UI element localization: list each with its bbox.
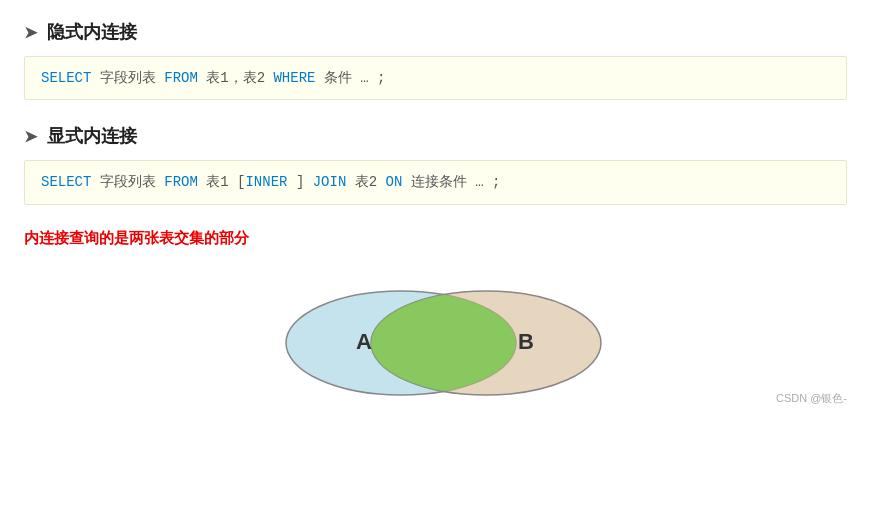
- kw-select-2: SELECT: [41, 174, 91, 190]
- venn-label-b: B: [518, 329, 534, 354]
- section2-label: 显式内连接: [47, 124, 137, 148]
- kw-on: ON: [386, 174, 403, 190]
- kw-from-2: FROM: [164, 174, 198, 190]
- code-text-1c: 条件 … ;: [315, 70, 385, 86]
- section1-label: 隐式内连接: [47, 20, 137, 44]
- code-text-2d: 连接条件 … ;: [402, 174, 500, 190]
- code-block-1: SELECT 字段列表 FROM 表1，表2 WHERE 条件 … ;: [24, 56, 847, 100]
- code-text-1b: 表1，表2: [198, 70, 274, 86]
- code-text-2b: 表1: [198, 174, 237, 190]
- arrow-icon-2: ➤: [24, 127, 37, 146]
- highlight-text: 内连接查询的是两张表交集的部分: [24, 229, 847, 248]
- section2-title: ➤ 显式内连接: [24, 124, 847, 148]
- kw-inner: INNER: [245, 174, 287, 190]
- code-text-1a: 字段列表: [91, 70, 164, 86]
- kw-where-1: WHERE: [273, 70, 315, 86]
- venn-diagram: A B CSDN @银色-: [24, 278, 847, 408]
- venn-svg: A B: [246, 283, 626, 403]
- venn-label-a: A: [356, 329, 372, 354]
- kw-from-1: FROM: [164, 70, 198, 86]
- code-text-2a: 字段列表: [91, 174, 164, 190]
- kw-join: JOIN: [313, 174, 347, 190]
- code-block-2: SELECT 字段列表 FROM 表1 [INNER ] JOIN 表2 ON …: [24, 160, 847, 204]
- kw-select-1: SELECT: [41, 70, 91, 86]
- bracket-close: ]: [287, 174, 312, 190]
- watermark: CSDN @银色-: [776, 391, 847, 406]
- section1-title: ➤ 隐式内连接: [24, 20, 847, 44]
- arrow-icon-1: ➤: [24, 23, 37, 42]
- code-text-2c: 表2: [346, 174, 385, 190]
